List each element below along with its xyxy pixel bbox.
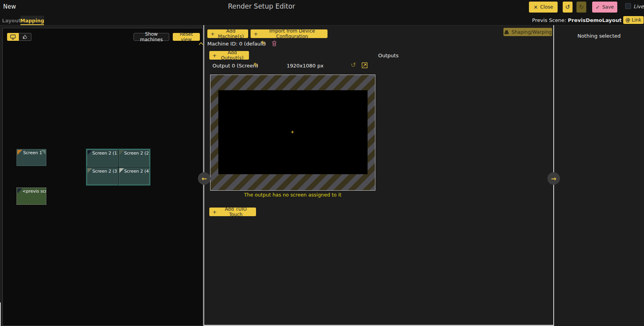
pencil-icon: ✎ (261, 40, 266, 47)
shaping-trapezoid-icon (504, 30, 509, 35)
shaping-warping-label: Shaping/Warping (512, 29, 552, 35)
corner-marker (17, 150, 22, 155)
trash-icon (272, 40, 277, 46)
edit-machine-button[interactable]: ✎ (261, 40, 266, 47)
close-button-label: Close (540, 4, 553, 10)
corner-marker (88, 150, 92, 155)
rotate-output-button[interactable]: ↺ (351, 61, 356, 69)
add-machines-label: Add Machine(s) (217, 28, 245, 39)
previs-scene-bar: Previs Scene: PrevisDemoLayout (487, 16, 622, 24)
save-button-label: Save (602, 4, 614, 10)
reset-view-label: Reset view (176, 31, 197, 42)
pencil-icon: ✎ (253, 62, 258, 69)
document-name: New (3, 3, 16, 10)
arrow-right-icon: → (551, 175, 556, 182)
screen-group-screen2[interactable]: Screen 2 (1) Screen 2 (2) Screen 2 (3) S… (86, 149, 150, 186)
close-icon: ✕ (534, 5, 538, 10)
output-resolution: 1920x1080 px (282, 63, 329, 69)
corner-marker (119, 150, 124, 155)
plus-icon: + (210, 31, 215, 36)
left-panel-scrollbar[interactable] (0, 302, 1, 326)
undo-button[interactable]: ↺ (563, 2, 573, 13)
collapse-left-panel-button[interactable]: ← (198, 172, 210, 185)
screen-tile-screen1[interactable]: Screen 1 (16, 149, 46, 166)
right-panel-empty-state: Nothing selected (554, 33, 644, 39)
add-machines-button[interactable]: + Add Machine(s) (207, 29, 248, 38)
link-button-label: Link (632, 17, 642, 23)
expand-icon (362, 62, 368, 68)
redo-button[interactable]: ↻ (576, 2, 586, 13)
page-title: Render Setup Editor (222, 2, 301, 10)
redo-icon: ↻ (579, 4, 584, 10)
show-machines-label: Show machines (136, 31, 166, 42)
monitor-icon (10, 35, 16, 40)
plus-icon: + (212, 53, 217, 58)
expand-output-button[interactable] (362, 62, 368, 68)
check-icon: ✓ (596, 5, 600, 10)
add-tuio-touch-label: Add TUIO Touch (219, 206, 253, 217)
add-outputs-button[interactable]: + Add Output(s) (209, 51, 249, 60)
thumb-up-icon (23, 35, 27, 39)
screen-tile-previs[interactable]: <previs scre (16, 188, 46, 205)
screen-tile-screen2-2[interactable]: Screen 2 (2) (119, 149, 150, 167)
tab-mapping-underline (20, 24, 44, 25)
close-button[interactable]: ✕ Close (529, 2, 558, 13)
previs-scene-label: Previs Scene: (532, 17, 566, 23)
corner-marker (88, 168, 92, 173)
machine-collapse-toggle[interactable] (199, 42, 203, 45)
link-icon: @ (626, 18, 630, 22)
previs-scene-value: PrevisDemoLayout (568, 17, 622, 23)
screen-view-toggle-button[interactable] (7, 33, 19, 41)
tab-mapping[interactable]: Mapping (20, 16, 44, 25)
no-screen-warning: The output has no screen assigned to it (210, 192, 375, 198)
import-device-config-label: Import from Device Configuration (260, 28, 324, 39)
origin-cross: + (291, 129, 294, 135)
view-mode-toggle (7, 33, 31, 41)
outputs-column-header: Outputs (378, 53, 399, 58)
screen-tile-screen2-4[interactable]: Screen 2 (4) (119, 168, 150, 185)
plus-icon: + (212, 209, 217, 215)
save-button[interactable]: ✓ Save (592, 2, 617, 13)
undo-icon: ↺ (565, 4, 570, 10)
rotate-icon: ↺ (351, 61, 356, 69)
link-button[interactable]: @ Link (623, 16, 644, 24)
edit-output-button[interactable]: ✎ (253, 62, 258, 69)
shaping-warping-button[interactable]: Shaping/Warping (503, 28, 552, 36)
title-bar: New Render Setup Editor ✕ Close ↺ ↻ ✓ Sa… (0, 0, 644, 25)
output-preview-area[interactable]: + (210, 75, 375, 191)
collapse-right-panel-button[interactable]: → (547, 172, 560, 185)
live-checkbox[interactable] (625, 3, 631, 9)
delete-machine-button[interactable] (272, 40, 277, 46)
machine-header: Machine ID: 0 (default) (207, 41, 266, 47)
plus-icon: + (254, 31, 258, 36)
screen-tile-screen2-3[interactable]: Screen 2 (3) (87, 168, 118, 185)
show-machines-button[interactable]: Show machines (134, 33, 169, 41)
arrow-left-icon: ← (201, 175, 207, 182)
reset-view-button[interactable]: Reset view (173, 33, 200, 41)
output-name: Output 0 (Screen) (212, 63, 258, 69)
add-outputs-label: Add Output(s) (219, 50, 246, 61)
mapping-canvas-panel[interactable]: Show machines Reset view Screen 1 Screen… (2, 28, 203, 326)
tab-layout[interactable]: Layout (2, 16, 20, 25)
previs-view-toggle-button[interactable] (19, 33, 31, 41)
fold-marker (41, 150, 46, 155)
import-device-config-button[interactable]: + Import from Device Configuration (251, 29, 327, 38)
screen-tile-screen2-1[interactable]: Screen 2 (1) (87, 149, 118, 167)
chevron-up-icon (199, 42, 203, 45)
add-tuio-touch-button[interactable]: + Add TUIO Touch (209, 208, 256, 216)
output-screen-rect[interactable]: + (218, 90, 368, 174)
corner-marker (119, 168, 124, 173)
render-setup-editor-window: New Render Setup Editor ✕ Close ↺ ↻ ✓ Sa… (0, 0, 644, 326)
live-label: Live (633, 4, 644, 9)
corner-marker (17, 188, 22, 193)
